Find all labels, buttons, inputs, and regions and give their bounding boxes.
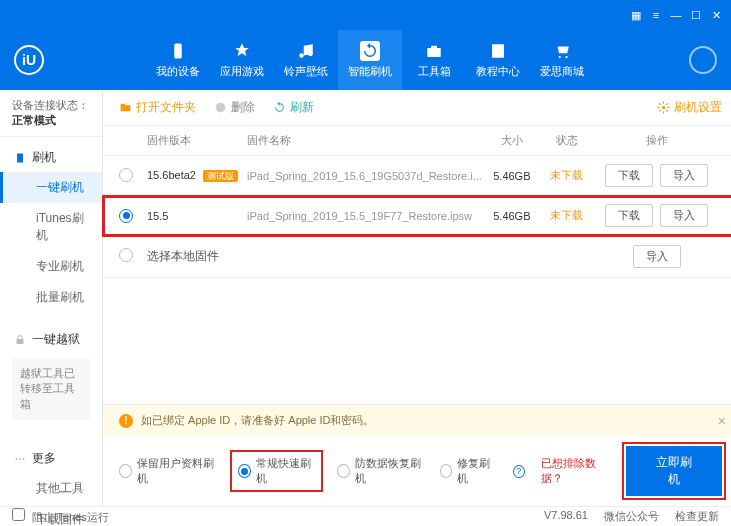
- row-radio[interactable]: [119, 248, 133, 262]
- sidebar-item-other-tools[interactable]: 其他工具: [0, 473, 102, 504]
- nav-ringtones[interactable]: 铃声壁纸: [274, 30, 338, 90]
- sidebar-more-header[interactable]: 更多: [0, 444, 102, 473]
- nav-store[interactable]: 爱思商城: [530, 30, 594, 90]
- jailbreak-moved-msg: 越狱工具已转移至工具箱: [12, 358, 90, 420]
- th-size: 大小: [482, 133, 542, 148]
- toolbox-icon: [424, 41, 444, 61]
- nav-label: 教程中心: [476, 64, 520, 79]
- th-status: 状态: [542, 133, 592, 148]
- folder-icon: [119, 101, 132, 114]
- tb-label: 删除: [231, 99, 255, 116]
- sidebar-item-itunes[interactable]: iTunes刷机: [0, 203, 102, 251]
- nav-my-device[interactable]: 我的设备: [146, 30, 210, 90]
- opt-label: 保留用户资料刷机: [137, 456, 216, 486]
- opt-repair[interactable]: 修复刷机: [440, 456, 497, 486]
- fw-status: 未下载: [542, 208, 592, 223]
- import-button[interactable]: 导入: [660, 164, 708, 187]
- wechat-link[interactable]: 微信公众号: [604, 509, 659, 524]
- sidebar-item-oneclick[interactable]: 一键刷机: [0, 172, 102, 203]
- flash-section-icon: [14, 152, 26, 164]
- firmware-row[interactable]: 15.6beta2 测试版 iPad_Spring_2019_15.6_19G5…: [103, 156, 731, 196]
- import-button[interactable]: 导入: [633, 245, 681, 268]
- tb-label: 打开文件夹: [136, 99, 196, 116]
- conn-value: 正常模式: [12, 114, 56, 126]
- download-button[interactable]: [689, 46, 717, 74]
- download-icon: [697, 54, 709, 66]
- local-firmware-row[interactable]: 选择本地固件 导入: [103, 236, 731, 278]
- opt-label: 防数据恢复刷机: [355, 456, 424, 486]
- nav-label: 工具箱: [418, 64, 451, 79]
- flash-now-button[interactable]: 立即刷机: [626, 446, 721, 496]
- download-button[interactable]: 下载: [605, 164, 653, 187]
- sidebar-item-download-fw[interactable]: 下载固件: [0, 504, 102, 526]
- music-icon: [296, 41, 316, 61]
- sidebar-item-batch[interactable]: 批量刷机: [0, 282, 102, 313]
- opt-keep-data[interactable]: 保留用户资料刷机: [119, 456, 216, 486]
- maximize-icon[interactable]: ☐: [689, 8, 703, 22]
- close-icon[interactable]: ✕: [709, 8, 723, 22]
- nav-toolbox[interactable]: 工具箱: [402, 30, 466, 90]
- refresh-icon: [360, 41, 380, 61]
- row-radio[interactable]: [119, 209, 133, 223]
- opt-antirecovery[interactable]: 防数据恢复刷机: [337, 456, 424, 486]
- appleid-warning: ! 如已绑定 Apple ID，请准备好 Apple ID和密码。 ×: [103, 405, 731, 436]
- sidebar-jailbreak-header[interactable]: 一键越狱: [0, 325, 102, 354]
- sidebar: 设备连接状态：正常模式 刷机 一键刷机 iTunes刷机 专业刷机 批量刷机 一…: [0, 90, 103, 506]
- status-bar: 阻止iTunes运行 V7.98.61 微信公众号 检查更新: [0, 506, 731, 526]
- sidebar-item-pro[interactable]: 专业刷机: [0, 251, 102, 282]
- app-icon: [232, 41, 252, 61]
- radio-icon: [440, 464, 453, 478]
- info-icon[interactable]: ?: [513, 465, 525, 478]
- tb-label: 刷机设置: [674, 99, 722, 116]
- nav-label: 我的设备: [156, 64, 200, 79]
- conn-label: 设备连接状态：: [12, 99, 89, 111]
- fw-filename: iPad_Spring_2019_15.5_19F77_Restore.ipsw: [247, 210, 482, 222]
- tb-label: 刷新: [290, 99, 314, 116]
- grid-icon[interactable]: ▦: [629, 8, 643, 22]
- opt-label: 修复刷机: [457, 456, 496, 486]
- main-nav: 我的设备 应用游戏 铃声壁纸 智能刷机 工具箱 教程中心 爱思商城: [146, 30, 594, 90]
- header-right: [689, 46, 717, 74]
- radio-icon: [119, 464, 132, 478]
- opt-label: 常规快速刷机: [256, 456, 315, 486]
- tb-flash-settings[interactable]: 刷机设置: [657, 99, 722, 116]
- tb-delete[interactable]: 删除: [214, 99, 255, 116]
- sidebar-flash-header[interactable]: 刷机: [0, 143, 102, 172]
- nav-tutorials[interactable]: 教程中心: [466, 30, 530, 90]
- minimize-icon[interactable]: ―: [669, 8, 683, 22]
- app-header: iU 爱思助手 www.i4.cn 我的设备 应用游戏 铃声壁纸 智能刷机 工具…: [0, 30, 731, 90]
- th-ops: 操作: [592, 133, 722, 148]
- cart-icon: [552, 41, 572, 61]
- close-warning-icon[interactable]: ×: [718, 413, 726, 429]
- exclude-data-link[interactable]: 已想排除数据？: [541, 456, 611, 486]
- svg-point-13: [216, 103, 226, 113]
- svg-point-5: [559, 56, 561, 58]
- svg-rect-4: [492, 44, 504, 58]
- beta-tag: 测试版: [203, 170, 238, 182]
- opt-normal-flash[interactable]: 常规快速刷机: [232, 452, 321, 490]
- fw-filename: iPad_Spring_2019_15.6_19G5037d_Restore.i…: [247, 170, 482, 182]
- import-button[interactable]: 导入: [660, 204, 708, 227]
- content-area: 打开文件夹 删除 刷新 刷机设置 固件版本 固件名称 大小 状态 操作: [103, 90, 731, 506]
- gear-icon: [657, 101, 670, 114]
- svg-point-9: [16, 458, 18, 460]
- svg-rect-3: [427, 48, 441, 57]
- fw-size: 5.46GB: [482, 170, 542, 182]
- svg-rect-0: [174, 44, 182, 59]
- row-radio[interactable]: [119, 168, 133, 182]
- nav-apps[interactable]: 应用游戏: [210, 30, 274, 90]
- svg-point-2: [308, 52, 313, 57]
- tb-open-folder[interactable]: 打开文件夹: [119, 99, 196, 116]
- section-title: 刷机: [32, 149, 56, 166]
- svg-rect-7: [17, 153, 23, 162]
- fw-version: 15.5: [147, 210, 168, 222]
- firmware-row-selected[interactable]: 15.5 iPad_Spring_2019_15.5_19F77_Restore…: [103, 196, 731, 236]
- tb-refresh[interactable]: 刷新: [273, 99, 314, 116]
- nav-label: 爱思商城: [540, 64, 584, 79]
- check-update-link[interactable]: 检查更新: [675, 509, 719, 524]
- local-fw-label: 选择本地固件: [147, 248, 219, 265]
- menu-icon[interactable]: ≡: [649, 8, 663, 22]
- download-button[interactable]: 下载: [605, 204, 653, 227]
- lock-icon: [14, 334, 26, 346]
- nav-flash[interactable]: 智能刷机: [338, 30, 402, 90]
